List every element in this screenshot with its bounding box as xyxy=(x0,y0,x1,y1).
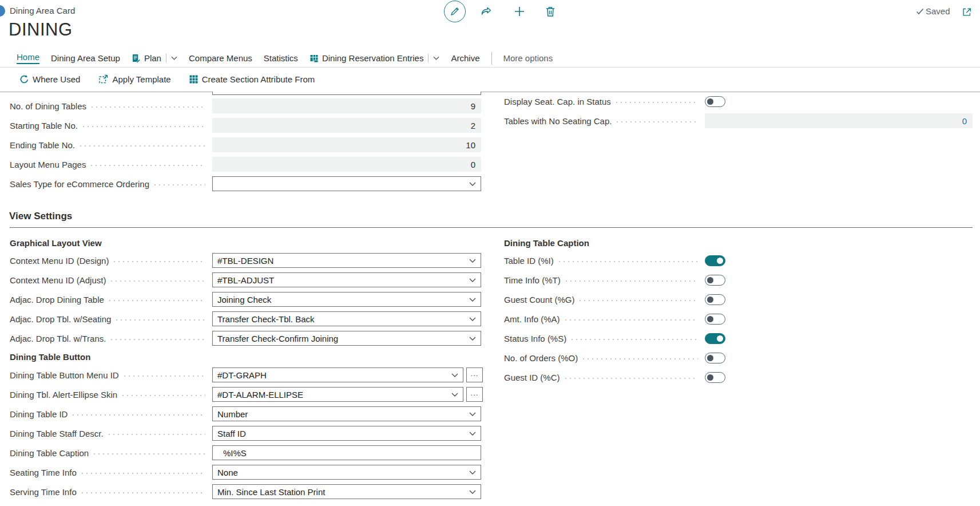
tab-plan[interactable]: Plan xyxy=(132,53,177,63)
dotted-leader xyxy=(82,473,205,474)
field-label: Sales Type for eCommerce Ordering xyxy=(10,179,149,189)
field-dining-tbl-alert-ellipse-skin: Dining Tbl. Alert-Ellipse Skin #DT-ALARM… xyxy=(10,385,481,404)
tab-dining-reservation-entries[interactable]: Dining Reservation Entries xyxy=(310,53,440,63)
chevron-down-icon xyxy=(469,432,476,436)
dotted-leader xyxy=(109,300,205,301)
dining-table-caption-input[interactable]: %I%S xyxy=(212,445,481,460)
dining-table-button-menu-id-dropdown[interactable]: #DT-GRAPH xyxy=(212,367,463,382)
field-amt-info-toggle: Amt. Info (%A) xyxy=(504,309,973,329)
field-label: Context Menu ID (Design) xyxy=(10,256,109,266)
share-button[interactable] xyxy=(480,5,494,18)
action-apply-template[interactable]: Apply Template xyxy=(98,74,170,84)
field-label: Adjac. Drop Tbl. w/Trans. xyxy=(10,334,106,343)
assist-edit-button[interactable]: ... xyxy=(466,387,483,402)
cutoff-field xyxy=(212,92,481,95)
dotted-leader xyxy=(91,165,205,166)
tables-no-seating-cap-value: 0 xyxy=(705,113,973,128)
field-label: No. of Orders (%O) xyxy=(504,353,578,363)
chevron-down-icon xyxy=(469,298,476,302)
saved-indicator: Saved xyxy=(916,6,950,16)
field-dining-table-button-menu-id: Dining Table Button Menu ID #DT-GRAPH ..… xyxy=(10,365,481,385)
adjac-drop-tbl-trans-dropdown[interactable]: Transfer Check-Confirm Joining xyxy=(212,331,481,346)
tab-home[interactable]: Home xyxy=(17,52,39,64)
field-label: Seating Time Info xyxy=(10,468,77,477)
tab-archive[interactable]: Archive xyxy=(451,53,479,63)
toggle-amt-info[interactable] xyxy=(705,314,725,325)
popout-icon xyxy=(961,6,973,18)
field-label: No. of Dining Tables xyxy=(10,101,86,111)
field-ending-table-no: Ending Table No. 10 xyxy=(10,135,481,155)
add-button[interactable] xyxy=(513,5,526,18)
toggle-time-info[interactable] xyxy=(705,275,725,286)
field-status-info-toggle: Status Info (%S) xyxy=(504,329,973,348)
field-time-info-toggle: Time Info (%T) xyxy=(504,270,973,290)
general-right-column: Display Seat. Cap. in Status Tables with… xyxy=(504,92,973,131)
drilldown-link[interactable]: 0 xyxy=(962,116,967,126)
field-label: Adjac. Drop Dining Table xyxy=(10,295,104,305)
context-menu-design-dropdown[interactable]: #TBL-DESIGN xyxy=(212,253,481,268)
dotted-leader xyxy=(572,339,698,340)
field-adjac-drop-dining-table: Adjac. Drop Dining Table Joining Check xyxy=(10,290,481,309)
field-label: Time Info (%T) xyxy=(504,275,561,285)
check-icon xyxy=(916,8,924,15)
apply-template-icon xyxy=(98,74,108,84)
pencil-icon xyxy=(449,6,461,17)
toggle-table-id[interactable] xyxy=(705,255,725,266)
dotted-leader xyxy=(559,261,698,262)
sales-type-ecommerce-dropdown[interactable] xyxy=(212,176,481,191)
field-label: Dining Tbl. Alert-Ellipse Skin xyxy=(10,390,117,400)
chevron-down-icon xyxy=(469,182,476,186)
dotted-leader xyxy=(94,453,205,454)
dotted-leader xyxy=(92,106,205,108)
section-title-view-settings: View Settings xyxy=(9,211,72,222)
chevron-down-icon xyxy=(469,317,476,321)
group-caption-dining-table-caption: Dining Table Caption xyxy=(504,235,973,251)
dotted-leader xyxy=(80,145,205,147)
general-left-column: No. of Dining Tables 9 Starting Table No… xyxy=(10,96,481,193)
assist-edit-button[interactable]: ... xyxy=(466,367,483,382)
field-context-menu-adjust: Context Menu ID (Adjust) #TBL-ADJUST xyxy=(10,270,481,290)
tab-compare-menus[interactable]: Compare Menus xyxy=(189,53,252,63)
field-label: Amt. Info (%A) xyxy=(504,314,560,324)
edit-button[interactable] xyxy=(444,1,466,22)
dotted-leader xyxy=(114,261,205,262)
dotted-leader xyxy=(616,102,698,103)
field-guest-count-toggle: Guest Count (%G) xyxy=(504,290,973,309)
dotted-leader xyxy=(583,358,698,359)
dining-table-id-dropdown[interactable]: Number xyxy=(212,406,481,421)
action-where-used[interactable]: Where Used xyxy=(19,74,80,84)
dining-tbl-alert-ellipse-skin-dropdown[interactable]: #DT-ALARM-ELLIPSE xyxy=(212,387,463,402)
tab-dining-area-setup[interactable]: Dining Area Setup xyxy=(51,53,120,63)
popout-button[interactable] xyxy=(961,6,973,18)
dotted-leader xyxy=(83,126,205,127)
tab-statistics[interactable]: Statistics xyxy=(264,53,298,63)
field-label: Tables with No Seating Cap. xyxy=(504,116,612,126)
divider xyxy=(166,54,166,62)
serving-time-info-dropdown[interactable]: Min. Since Last Station Print xyxy=(212,484,481,499)
toggle-guest-count[interactable] xyxy=(705,294,725,305)
dining-table-staff-descr-dropdown[interactable]: Staff ID xyxy=(212,426,481,441)
delete-button[interactable] xyxy=(543,5,557,18)
dotted-leader xyxy=(617,121,698,122)
back-icon[interactable] xyxy=(0,5,5,17)
toggle-guest-id[interactable] xyxy=(705,372,725,383)
menu-more-options[interactable]: More options xyxy=(503,53,553,63)
toggle-display-seat-cap[interactable] xyxy=(705,96,725,107)
breadcrumb[interactable]: Dining Area Card xyxy=(10,6,75,15)
field-label: Ending Table No. xyxy=(10,140,75,150)
action-create-section-attribute[interactable]: Create Section Attribute From xyxy=(189,74,315,84)
field-label: Display Seat. Cap. in Status xyxy=(504,97,611,106)
context-menu-adjust-dropdown[interactable]: #TBL-ADJUST xyxy=(212,272,481,287)
adjac-drop-dining-table-dropdown[interactable]: Joining Check xyxy=(212,292,481,307)
field-tables-no-seating-cap: Tables with No Seating Cap. 0 xyxy=(504,111,973,131)
dotted-leader xyxy=(82,492,205,493)
toggle-status-info[interactable] xyxy=(705,333,725,344)
seating-time-info-dropdown[interactable]: None xyxy=(212,465,481,480)
field-adjac-drop-tbl-seating: Adjac. Drop Tbl. w/Seating Transfer Chec… xyxy=(10,309,481,329)
adjac-drop-tbl-seating-dropdown[interactable]: Transfer Check-Tbl. Back xyxy=(212,311,481,326)
field-label: Dining Table Staff Descr. xyxy=(10,429,104,438)
toggle-no-of-orders[interactable] xyxy=(705,353,725,363)
chevron-down-icon xyxy=(433,56,439,60)
field-label: Context Menu ID (Adjust) xyxy=(10,275,106,285)
chevron-down-icon xyxy=(469,412,476,416)
